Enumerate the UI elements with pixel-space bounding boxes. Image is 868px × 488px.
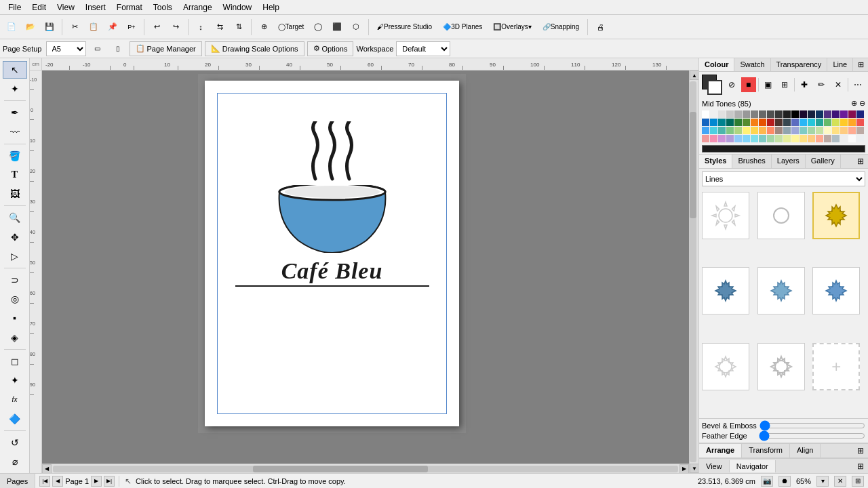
- swatch[interactable]: [791, 127, 799, 134]
- close-button[interactable]: ✕: [834, 476, 846, 487]
- swatch[interactable]: [767, 135, 774, 142]
- push-tool[interactable]: ✥: [3, 228, 27, 246]
- 3d-planes-button[interactable]: 🔷 3D Planes: [438, 18, 487, 37]
- arrange-panel-expand[interactable]: ⊞: [853, 444, 868, 458]
- colour-delete-button[interactable]: ✕: [831, 77, 846, 92]
- swatch[interactable]: [775, 135, 783, 142]
- cut-button[interactable]: ✂: [66, 18, 83, 37]
- menu-file[interactable]: File: [3, 1, 26, 14]
- swatch[interactable]: [848, 135, 856, 142]
- swatch[interactable]: [743, 135, 750, 142]
- swatch[interactable]: [856, 135, 864, 142]
- tab-align[interactable]: Align: [790, 444, 821, 458]
- blend-tool[interactable]: ⊃: [3, 271, 27, 289]
- page-manager-button[interactable]: 📋 Page Manager: [130, 41, 202, 56]
- shape-tool[interactable]: ▷: [3, 247, 27, 265]
- menu-insert[interactable]: Insert: [80, 1, 111, 14]
- node-tool[interactable]: ✦: [3, 80, 27, 98]
- swatch[interactable]: [800, 110, 807, 118]
- swatch[interactable]: [726, 127, 734, 134]
- swatch[interactable]: [702, 127, 709, 134]
- open-button[interactable]: 📂: [22, 18, 39, 37]
- swatch[interactable]: [718, 110, 726, 118]
- first-page-button[interactable]: |◀: [39, 476, 50, 487]
- tab-layers[interactable]: Layers: [772, 155, 806, 168]
- tab-navigator[interactable]: Navigator: [730, 460, 776, 472]
- tab-brushes[interactable]: Brushes: [732, 155, 771, 168]
- colour-options-button[interactable]: ⋯: [850, 77, 865, 92]
- swatch[interactable]: [824, 135, 831, 142]
- stroke-color-box[interactable]: [707, 80, 722, 95]
- bottom-swatch[interactable]: [702, 145, 865, 152]
- style-item[interactable]: [702, 343, 749, 390]
- swatch[interactable]: [816, 110, 823, 118]
- tab-arrange[interactable]: Arrange: [699, 444, 742, 458]
- menu-arrange[interactable]: Arrange: [178, 1, 218, 14]
- print-button[interactable]: 🖨: [591, 18, 609, 37]
- swatch[interactable]: [759, 110, 766, 118]
- style-item[interactable]: [757, 267, 805, 314]
- swatch[interactable]: [856, 110, 864, 118]
- paste-button[interactable]: 📌: [104, 18, 121, 37]
- pressure-studio-button[interactable]: 🖌 Pressure Studio: [372, 18, 437, 37]
- scroll-right-button[interactable]: ▶: [679, 464, 689, 474]
- tab-line[interactable]: Line: [827, 58, 853, 71]
- swatch[interactable]: [718, 119, 726, 126]
- swatch[interactable]: [800, 135, 807, 142]
- swatch[interactable]: [840, 135, 848, 142]
- add-style-button[interactable]: +: [812, 343, 860, 390]
- tab-styles[interactable]: Styles: [699, 155, 732, 168]
- swatch[interactable]: [767, 119, 774, 126]
- swatch[interactable]: [743, 119, 750, 126]
- swatch[interactable]: [783, 110, 791, 118]
- swatch[interactable]: [832, 110, 840, 118]
- swatch[interactable]: [751, 119, 758, 126]
- swatch[interactable]: [759, 135, 766, 142]
- style-item[interactable]: [702, 192, 749, 239]
- swatch[interactable]: [791, 135, 799, 142]
- pages-tab[interactable]: Pages: [0, 474, 35, 488]
- styles-type-dropdown[interactable]: Lines Fills Text: [702, 171, 865, 186]
- record-button[interactable]: ⏺: [778, 476, 791, 487]
- style-item-selected[interactable]: [812, 192, 860, 239]
- swatch[interactable]: [783, 119, 791, 126]
- shadow-tool[interactable]: ▪: [3, 309, 27, 327]
- swatch[interactable]: [775, 127, 783, 134]
- swatch[interactable]: [808, 110, 815, 118]
- swatch[interactable]: [734, 110, 742, 118]
- flip-v-button[interactable]: ⇅: [230, 18, 248, 37]
- tab-view[interactable]: View: [699, 460, 730, 472]
- menu-edit[interactable]: Edit: [26, 1, 52, 14]
- bevel-tool[interactable]: ◈: [3, 329, 27, 346]
- photo-tool[interactable]: 🖼: [3, 185, 27, 203]
- swatch[interactable]: [791, 110, 799, 118]
- bevel-emboss-slider[interactable]: [760, 422, 865, 430]
- swatch[interactable]: [775, 110, 783, 118]
- swatch[interactable]: [856, 127, 864, 134]
- feather-edge-slider[interactable]: [759, 432, 865, 440]
- style-item[interactable]: [702, 267, 749, 314]
- swatch[interactable]: [808, 119, 815, 126]
- swatch[interactable]: [710, 135, 717, 142]
- swatch[interactable]: [702, 135, 709, 142]
- style-item[interactable]: [757, 192, 805, 239]
- swatch[interactable]: [808, 135, 815, 142]
- feather-tool[interactable]: ✦: [3, 371, 27, 389]
- rotate-tool[interactable]: ↺: [3, 434, 27, 451]
- swatch[interactable]: [783, 135, 791, 142]
- swatch[interactable]: [743, 127, 750, 134]
- swatch[interactable]: [751, 135, 758, 142]
- swatch[interactable]: [767, 110, 774, 118]
- last-page-button[interactable]: ▶|: [104, 476, 115, 487]
- zoom-options-button[interactable]: ▾: [816, 476, 829, 487]
- blend-tool2[interactable]: ⌀: [3, 453, 27, 470]
- shape-poly[interactable]: ⬡: [347, 18, 365, 37]
- save-button[interactable]: 💾: [41, 18, 58, 37]
- swatch[interactable]: [840, 119, 848, 126]
- swatch[interactable]: [775, 119, 783, 126]
- tab-gallery[interactable]: Gallery: [806, 155, 841, 168]
- swatch[interactable]: [759, 127, 766, 134]
- menu-view[interactable]: View: [52, 1, 80, 14]
- prev-page-button[interactable]: ◀: [52, 476, 63, 487]
- new-button[interactable]: 📄: [3, 18, 20, 37]
